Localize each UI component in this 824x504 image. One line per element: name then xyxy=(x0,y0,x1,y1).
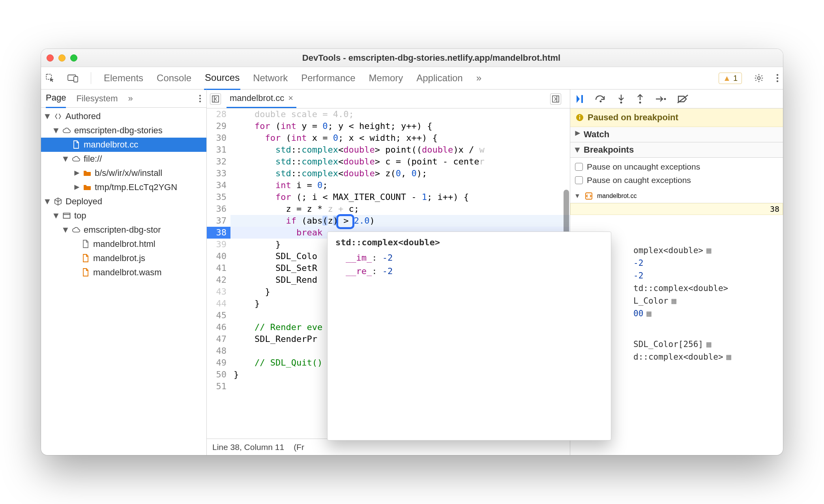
inspect-icon[interactable] xyxy=(45,73,55,83)
tree-file-wasm[interactable]: mandelbrot.wasm xyxy=(41,265,206,280)
tree-folder-tmp[interactable]: ▼ tmp/tmp.ELcTq2YGN xyxy=(41,180,206,194)
warning-icon: ▲ xyxy=(723,74,731,83)
breakpoint-line-row[interactable]: 38 xyxy=(570,203,783,215)
svg-point-17 xyxy=(620,101,622,103)
svg-rect-22 xyxy=(579,117,580,119)
checkbox-icon[interactable] xyxy=(575,176,583,184)
navigator-tab-filesystem[interactable]: Filesystem xyxy=(76,93,118,104)
tree-file-scheme[interactable]: ▼ file:// xyxy=(41,152,206,166)
tree-top-frame[interactable]: ▼ top xyxy=(41,209,206,223)
settings-icon[interactable] xyxy=(754,73,764,83)
line-gutter[interactable]: 28 293031323334353637 38 39404142 434445… xyxy=(207,108,230,439)
breakpoints-panel-body: Pause on uncaught exceptions Pause on ca… xyxy=(570,158,783,189)
file-icon xyxy=(81,254,90,263)
tab-performance[interactable]: Performance xyxy=(300,71,356,85)
tree-deployed-root[interactable]: ▼ Deployed xyxy=(41,194,206,209)
folder-icon xyxy=(83,169,92,177)
svg-rect-23 xyxy=(579,115,580,116)
more-menu-icon[interactable] xyxy=(776,73,779,83)
navigator-more-icon[interactable] xyxy=(199,94,202,103)
status-extra: (Fr xyxy=(294,442,304,452)
svg-point-3 xyxy=(758,77,760,80)
close-tab-icon[interactable]: × xyxy=(288,93,293,103)
device-toolbar-icon[interactable] xyxy=(67,73,79,83)
resume-icon[interactable] xyxy=(576,94,584,104)
tree-file-mandelbrot-cc[interactable]: mandelbrot.cc xyxy=(41,138,206,152)
editor-statusbar: Line 38, Column 11 (Fr xyxy=(207,439,570,455)
tree-file-js[interactable]: mandelbrot.js xyxy=(41,251,206,265)
watch-panel-header[interactable]: ▼ Watch xyxy=(570,127,783,142)
tree-file-html[interactable]: mandelbrot.html xyxy=(41,237,206,251)
checkbox-icon[interactable] xyxy=(575,163,583,171)
step-into-icon[interactable] xyxy=(617,94,625,104)
hover-token-highlight xyxy=(336,214,354,229)
step-icon[interactable] xyxy=(655,94,667,104)
pause-caught-row[interactable]: Pause on caught exceptions xyxy=(575,174,778,187)
svg-point-5 xyxy=(777,77,779,79)
tree-deployed-domain[interactable]: ▼ emscripten-dbg-stor xyxy=(41,223,206,237)
close-window-button[interactable] xyxy=(47,54,54,62)
deploy-icon xyxy=(54,197,62,206)
file-icon xyxy=(81,240,90,248)
toggle-navigator-icon[interactable] xyxy=(210,93,221,105)
traffic-lights xyxy=(47,54,77,62)
warning-count: 1 xyxy=(733,74,738,83)
tab-console[interactable]: Console xyxy=(156,71,192,85)
svg-point-4 xyxy=(777,74,779,76)
navigator-tabs: Page Filesystem » xyxy=(41,90,206,108)
file-tab-bar: mandelbrot.cc × xyxy=(207,90,570,108)
editor-pane: mandelbrot.cc × 28 293031323334353637 38… xyxy=(207,90,570,455)
brackets-icon xyxy=(54,112,62,121)
navigator-tab-page[interactable]: Page xyxy=(46,93,66,108)
navigator-pane: Page Filesystem » ▼ Authored ▼ emscripte… xyxy=(41,90,207,455)
minimize-window-button[interactable] xyxy=(58,54,66,62)
cursor-position: Line 38, Column 11 xyxy=(212,442,284,452)
tree-authored-domain[interactable]: ▼ emscripten-dbg-stories xyxy=(41,123,206,138)
step-over-icon[interactable] xyxy=(595,94,607,104)
tab-elements[interactable]: Elements xyxy=(103,71,144,85)
svg-rect-10 xyxy=(64,213,70,218)
toggle-debugger-icon[interactable] xyxy=(550,93,561,105)
code-editor[interactable]: 28 293031323334353637 38 39404142 434445… xyxy=(207,108,570,439)
source-file-icon xyxy=(584,192,593,200)
info-icon xyxy=(576,114,584,121)
zoom-window-button[interactable] xyxy=(70,54,77,62)
tree-authored-root[interactable]: ▼ Authored xyxy=(41,109,206,123)
tree-folder-install[interactable]: ▼ b/s/w/ir/x/w/install xyxy=(41,166,206,180)
svg-point-18 xyxy=(639,101,641,103)
svg-point-8 xyxy=(199,97,201,99)
tooltip-title: std::complex<double> xyxy=(335,237,603,247)
navigator-tabs-overflow[interactable]: » xyxy=(128,93,133,104)
breakpoint-marker[interactable]: 38 xyxy=(207,227,230,239)
tab-memory[interactable]: Memory xyxy=(368,71,404,85)
svg-point-7 xyxy=(199,95,201,96)
file-tab-mandelbrot-cc[interactable]: mandelbrot.cc × xyxy=(227,90,296,108)
tabs-overflow[interactable]: » xyxy=(476,71,482,85)
content: Page Filesystem » ▼ Authored ▼ emscripte… xyxy=(41,90,783,455)
window-title: DevTools - emscripten-dbg-stories.netlif… xyxy=(85,53,777,63)
svg-point-19 xyxy=(664,98,666,100)
hover-tooltip: std::complex<double> __im_: -2 __re_: -2 xyxy=(327,231,611,441)
file-icon xyxy=(72,140,81,149)
cloud-icon xyxy=(62,126,71,135)
breakpoints-panel-header[interactable]: ▼ Breakpoints xyxy=(570,142,783,158)
pause-uncaught-row[interactable]: Pause on uncaught exceptions xyxy=(575,160,778,174)
svg-point-6 xyxy=(777,80,779,82)
step-out-icon[interactable] xyxy=(636,94,644,104)
paused-banner: Paused on breakpoint xyxy=(570,108,783,127)
titlebar: DevTools - emscripten-dbg-stories.netlif… xyxy=(41,49,783,67)
tab-application[interactable]: Application xyxy=(416,71,463,85)
tab-sources[interactable]: Sources xyxy=(204,68,240,90)
cloud-icon xyxy=(72,155,81,163)
main-tabbar: Elements Console Sources Network Perform… xyxy=(41,67,783,90)
tab-network[interactable]: Network xyxy=(252,71,288,85)
svg-point-16 xyxy=(600,100,602,102)
file-icon xyxy=(81,268,90,277)
debugger-controls xyxy=(570,90,783,108)
issues-badge[interactable]: ▲ 1 xyxy=(719,73,742,84)
file-tree[interactable]: ▼ Authored ▼ emscripten-dbg-stories mand… xyxy=(41,108,206,455)
frame-icon xyxy=(62,211,71,220)
folder-icon xyxy=(83,183,92,192)
breakpoint-file-row[interactable]: ▼ mandelbrot.cc xyxy=(570,189,783,203)
deactivate-breakpoints-icon[interactable] xyxy=(677,94,689,104)
